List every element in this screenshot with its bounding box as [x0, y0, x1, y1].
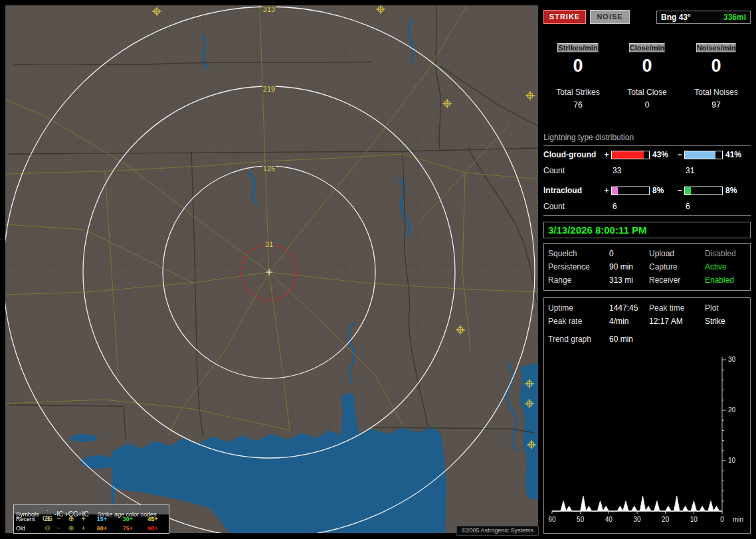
ic-minus-bar [684, 187, 723, 195]
bar-fill [685, 187, 691, 194]
peak-rate-label: Peak rate [548, 317, 609, 326]
totals-values-row: 76 0 97 [543, 100, 751, 110]
receiver-status: Enabled [705, 275, 746, 285]
svg-text:40: 40 [605, 516, 613, 523]
lake-pontchartrain [81, 455, 116, 469]
rate-labels-row: Strikes/min Close/min Noises/min [543, 41, 751, 54]
legend-row-old: Old ⊖ − ⊕ + 60+ 75+ 90+ [14, 524, 169, 533]
map-svg[interactable]: 313 219 125 31 [5, 5, 538, 533]
pos-cg-icon: ⊕ [64, 514, 78, 524]
svg-text:0: 0 [720, 516, 724, 523]
close-per-min-box[interactable]: Close/min [629, 43, 666, 52]
capture-status: Active [705, 262, 746, 271]
bar-fill [685, 151, 715, 159]
rate-values-row: 0 0 0 [543, 56, 751, 76]
plus-sign: + [602, 186, 611, 195]
copyright: ©2005 Astrogenic Systems [456, 526, 539, 536]
peak-time-value: 12:17 AM [649, 317, 705, 326]
uptime-label: Uptime [548, 303, 609, 313]
trend-window-value: 60 min [609, 335, 746, 344]
cloud-ground-count-row: Count 33 31 [543, 166, 751, 175]
age-code: 60+ [89, 524, 115, 533]
upload-status: Disabled [705, 249, 746, 258]
persistence-value: 90 min [609, 262, 649, 271]
svg-text:30: 30 [728, 356, 736, 363]
ring-label-219: 219 [263, 85, 275, 93]
upload-label: Upload [649, 249, 705, 258]
intracloud-label: Intracloud [543, 186, 602, 195]
strike-indicator[interactable]: STRIKE [543, 10, 586, 24]
totals-labels-row: Total Strikes Total Close Total Noises [543, 88, 751, 97]
uptime-value: 1447:45 [609, 303, 649, 313]
ic-minus-count: 6 [684, 202, 723, 211]
stats-row: Uptime 1447:45 Peak time Plot [548, 301, 746, 315]
settings-row: Persistence 90 min Capture Active [548, 260, 746, 273]
age-code: 90+ [141, 524, 165, 533]
svg-text:50: 50 [577, 516, 585, 523]
total-strikes-label: Total Strikes [543, 88, 613, 97]
noises-per-min-value: 0 [682, 56, 751, 76]
neg-cg-icon: ⊖ [42, 524, 53, 533]
bearing-range: 336mi [723, 13, 746, 22]
settings-row: Range 313 mi Receiver Enabled [548, 273, 746, 287]
total-close-value: 0 [613, 100, 682, 110]
minus-sign: − [675, 186, 684, 195]
trend-row: Trend graph 60 min [548, 332, 746, 346]
intracloud-row: Intracloud + 8% − 8% [543, 186, 751, 195]
lake [70, 434, 97, 442]
age-code: 75+ [115, 524, 141, 533]
peak-rate-value: 4/min [609, 317, 649, 326]
cg-minus-pct: 41% [723, 150, 748, 159]
receiver-label: Receiver [649, 275, 705, 285]
map-legend: Symbols -CG -IC +CG +IC Strike age color… [13, 504, 169, 534]
strikes-per-min-box[interactable]: Strikes/min [557, 43, 598, 52]
trend-graph-label: Trend graph [548, 335, 609, 344]
pos-cg-icon: ⊕ [64, 524, 78, 533]
cloud-ground-label: Cloud-ground [543, 150, 602, 159]
count-label: Count [543, 166, 602, 175]
ring-label-31: 31 [265, 240, 273, 248]
lightning-map[interactable]: 313 219 125 31 Symbols -CG -IC +CG +IC S… [5, 5, 538, 533]
svg-text:10: 10 [728, 457, 736, 464]
range-label: Range [548, 275, 609, 285]
ring-label-313: 313 [263, 5, 275, 13]
age-code: 15+ [89, 514, 115, 524]
neg-ic-icon: − [53, 514, 64, 524]
legend-row-label: Recent [14, 514, 42, 524]
squelch-value: 0 [609, 249, 649, 258]
ic-plus-bar [611, 187, 650, 195]
legend-header: Symbols -CG -IC +CG +IC Strike age color… [14, 505, 169, 514]
distribution-header: Lightning type distribution [543, 133, 751, 146]
capture-label: Capture [649, 262, 705, 271]
total-noises-value: 97 [682, 100, 751, 110]
ring-label-125: 125 [263, 165, 275, 173]
status-panel: STRIKE NOISE Bng 43° 336mi Strikes/min C… [543, 5, 751, 534]
bar-fill [612, 187, 618, 194]
bar-fill [612, 151, 644, 159]
count-label: Count [543, 202, 602, 211]
age-code: 30+ [115, 514, 141, 524]
total-noises-label: Total Noises [682, 88, 751, 97]
legend-row-label: Old [14, 524, 42, 533]
noise-indicator[interactable]: NOISE [590, 10, 630, 24]
strikes-per-min-value: 0 [543, 56, 613, 76]
total-close-label: Total Close [613, 88, 682, 97]
squelch-label: Squelch [548, 249, 609, 258]
stats-box: Uptime 1447:45 Peak time Plot Peak rate … [543, 297, 751, 534]
cg-plus-pct: 43% [650, 150, 675, 159]
plot-value: Strike [705, 317, 746, 326]
svg-text:10: 10 [690, 516, 698, 523]
ic-plus-count: 6 [611, 202, 650, 211]
peak-time-label: Peak time [649, 303, 705, 313]
divider [543, 215, 751, 216]
indicator-row: STRIKE NOISE Bng 43° 336mi [543, 10, 751, 24]
cg-minus-count: 31 [684, 166, 723, 175]
legend-row-recent: Recent ⊖ − ⊕ + 15+ 30+ 45+ [14, 514, 169, 524]
noises-per-min-box[interactable]: Noises/min [696, 43, 737, 52]
cg-plus-count: 33 [611, 166, 650, 175]
persistence-label: Persistence [548, 262, 609, 271]
bearing-label: Bng 43° [661, 13, 691, 22]
cg-plus-bar [611, 151, 650, 159]
pos-ic-icon: + [78, 524, 89, 533]
cg-minus-bar [684, 151, 723, 159]
